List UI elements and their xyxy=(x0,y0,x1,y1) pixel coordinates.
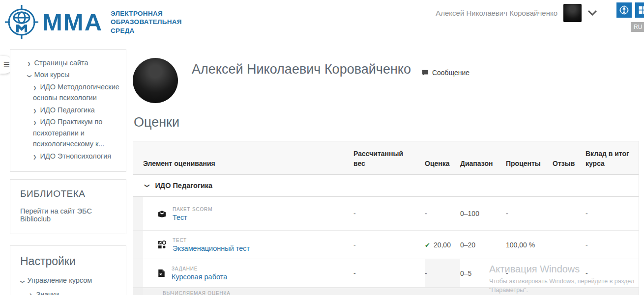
sidebar-item-my-courses[interactable]: ❯Мои курсы xyxy=(18,69,120,80)
cell-contribution: - xyxy=(585,241,639,249)
item-link[interactable]: Тест xyxy=(173,214,212,221)
column-header-weight: Рассчитанный вес xyxy=(353,149,408,168)
chevron-down-icon[interactable] xyxy=(587,10,597,16)
column-header-feedback: Отзыв xyxy=(553,159,585,169)
top-header: ММА ЭЛЕКТРОННАЯ ОБРАЗОВАТЕЛЬНАЯ СРЕДА Ал… xyxy=(0,0,644,47)
profile-name: Алексей Николаевич Коровайченко xyxy=(192,62,411,77)
chevron-right-icon: ❯ xyxy=(27,61,31,68)
category-name: ИДО Педагогика xyxy=(155,182,212,189)
library-link[interactable]: Перейти на сайт ЭБС Biblioclub xyxy=(20,207,118,223)
cell-grade: - xyxy=(425,210,460,217)
cell-grade: ✔20,00 xyxy=(425,241,460,249)
message-link[interactable]: Сообщение xyxy=(422,69,469,77)
page-title: Оценки xyxy=(134,115,640,130)
sidebar-item-badges[interactable]: ❯Значки xyxy=(20,289,118,295)
indent-gutter xyxy=(133,231,143,259)
user-menu[interactable]: Алексей Николаевич Коровайченко xyxy=(0,0,597,26)
cell-weight: - xyxy=(353,210,425,217)
sidebar-item-course-pedagogy[interactable]: ❯ИДО Педагогика xyxy=(18,105,120,115)
item-link[interactable]: Курсовая работа xyxy=(172,273,227,281)
indent-gutter xyxy=(133,197,143,230)
accessibility-icon xyxy=(619,5,629,15)
checkmark-icon: ✔ xyxy=(425,241,430,249)
chevron-down-icon: ❯ xyxy=(26,75,32,79)
table-row: ТЕСТ Экзаменационный тест - ✔20,00 0–20 … xyxy=(133,231,639,259)
cell-percent: - xyxy=(506,269,553,277)
profile-header: Алексей Николаевич Коровайченко Сообщени… xyxy=(133,58,640,103)
assignment-icon xyxy=(158,269,165,277)
chevron-right-icon: ❯ xyxy=(33,85,37,92)
cell-weight: - xyxy=(353,241,425,249)
main-content: Алексей Николаевич Коровайченко Сообщени… xyxy=(133,52,640,295)
sidebar-item-course-methodology[interactable]: ❯ИДО Методологические основы психологии xyxy=(18,81,120,104)
accessibility-button[interactable] xyxy=(616,2,632,18)
profile-avatar xyxy=(133,58,178,103)
library-title: БИБЛИОТЕКА xyxy=(20,188,118,199)
sidebar-item-course-administration[interactable]: ❯Управление курсом xyxy=(20,275,118,286)
sidebar-item-site-pages[interactable]: ❯Страницы сайта xyxy=(18,57,120,68)
chevron-right-icon: ❯ xyxy=(33,108,37,115)
table-row: ЗАДАНИЕ Курсовая работа - - 0–5 - - xyxy=(133,259,639,288)
table-row-partial: ВЫЧИСЛЯЕМАЯ ОЦЕНКА xyxy=(133,288,639,295)
indent-gutter xyxy=(133,288,143,295)
item-link[interactable]: Экзаменационный тест xyxy=(173,244,250,252)
cell-contribution: - xyxy=(585,269,639,277)
hamburger-icon: ☰ xyxy=(3,60,10,69)
message-bubble-icon xyxy=(422,70,429,76)
user-avatar[interactable] xyxy=(563,4,582,22)
quiz-icon xyxy=(158,241,166,249)
library-block: БИБЛИОТЕКА Перейти на сайт ЭБС Biblioclu… xyxy=(10,179,126,234)
grid-icon xyxy=(638,5,644,15)
column-header-percent: Проценты xyxy=(506,159,553,169)
scorm-package-icon xyxy=(158,210,166,218)
table-header-row: Элемент оценивания Рассчитанный вес Оцен… xyxy=(133,141,639,175)
item-type: ЗАДАНИЕ xyxy=(172,266,227,271)
chevron-right-icon: ❯ xyxy=(29,293,33,295)
cell-range: 0–5 xyxy=(460,269,506,277)
table-row: ПАКЕТ SCORM Тест - - 0–100 - - xyxy=(133,197,639,231)
sidebar-item-course-ethnopsychology[interactable]: ❯ИДО Этнопсихология xyxy=(18,151,120,161)
item-type: ПАКЕТ SCORM xyxy=(173,207,212,212)
cell-range: 0–100 xyxy=(460,210,506,217)
cell-range: 0–20 xyxy=(460,241,506,249)
language-switcher[interactable]: RU xyxy=(631,22,644,32)
grade-report-table: Элемент оценивания Рассчитанный вес Оцен… xyxy=(133,141,639,295)
sidebar-item-course-practicum[interactable]: ❯ИДО Практикум по психотерапии и психоло… xyxy=(18,116,120,149)
cell-contribution: - xyxy=(585,210,639,217)
chevron-right-icon: ❯ xyxy=(33,154,37,161)
navigation-block: ❯Страницы сайта ❯Мои курсы ❯ИДО Методоло… xyxy=(10,49,126,172)
chevron-down-icon: ❯ xyxy=(145,184,150,188)
settings-title: Настройки xyxy=(20,255,118,268)
cell-weight: - xyxy=(353,269,425,277)
column-header-item: Элемент оценивания xyxy=(133,159,353,169)
item-type: ВЫЧИСЛЯЕМАЯ ОЦЕНКА xyxy=(143,288,639,295)
cell-grade: - xyxy=(425,259,460,287)
chevron-right-icon: ❯ xyxy=(33,120,37,127)
cell-percent: - xyxy=(506,210,553,217)
cell-percent: 100,00 % xyxy=(506,241,553,249)
column-header-range: Диапазон xyxy=(460,159,506,169)
category-row[interactable]: ❯ ИДО Педагогика xyxy=(133,175,639,197)
user-menu-name: Алексей Николаевич Коровайченко xyxy=(436,9,557,17)
sidebar: ❯Страницы сайта ❯Мои курсы ❯ИДО Методоло… xyxy=(10,49,126,295)
column-header-contribution: Вклад в итог курса xyxy=(585,149,639,168)
column-header-grade: Оценка xyxy=(425,159,460,169)
language-badge-ru[interactable]: RU xyxy=(631,22,644,32)
chevron-down-icon: ❯ xyxy=(19,280,26,284)
settings-block: Настройки ❯Управление курсом ❯Значки xyxy=(10,245,126,295)
indent-gutter xyxy=(133,259,143,287)
secondary-header-button[interactable] xyxy=(635,2,644,18)
item-type: ТЕСТ xyxy=(173,238,250,243)
